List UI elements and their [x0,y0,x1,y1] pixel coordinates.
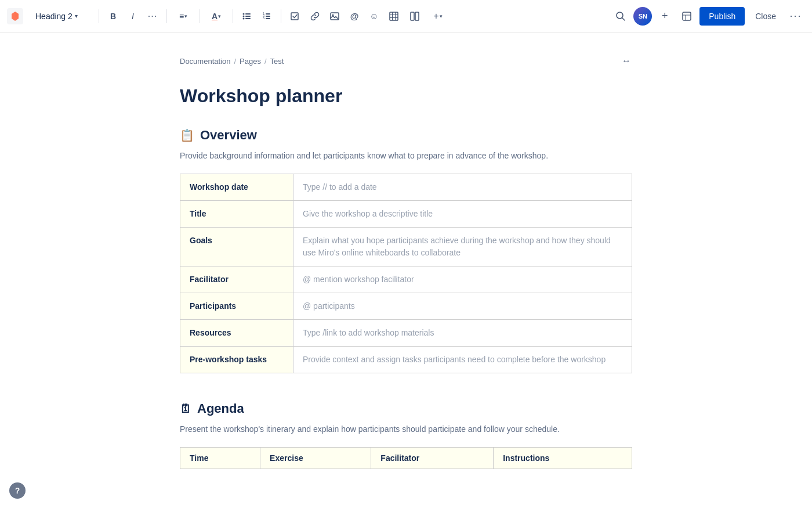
overview-table: Workshop date Type // to add a date Titl… [180,174,632,373]
close-button[interactable]: Close [748,7,783,26]
toolbar-right: SN + Publish Close ··· [611,7,805,26]
agenda-table-header: Exercise [260,448,371,469]
table-button[interactable] [385,7,403,26]
list-group: 1.2.3. [238,7,276,26]
divider-4 [233,9,233,23]
search-button[interactable] [611,7,630,26]
ordered-list-button[interactable]: 1.2.3. [258,7,276,26]
table-row[interactable]: Participants @ participants [180,293,632,320]
add-collaborator-button[interactable]: + [655,7,674,26]
table-label-cell: Participants [180,293,293,320]
content-area: Documentation / Pages / Test ↔ Workshop … [145,33,667,508]
agenda-table: TimeExerciseFacilitatorInstructions [180,447,632,469]
layout-button[interactable] [404,7,425,26]
svg-rect-12 [266,18,270,19]
insert-more-button[interactable]: +▾ [426,7,449,26]
divider-1 [99,9,99,23]
breadcrumb-test[interactable]: Test [270,57,284,66]
table-value-cell[interactable]: Type /link to add workshop materials [293,320,632,347]
svg-point-3 [243,15,245,17]
mention-button[interactable]: @ [345,7,364,26]
overview-heading: 📋 Overview [180,128,632,143]
table-row[interactable]: Facilitator @ mention workshop facilitat… [180,266,632,293]
svg-rect-22 [415,12,419,20]
svg-rect-10 [266,16,270,17]
agenda-heading-text[interactable]: Agenda [197,401,244,416]
emoji-button[interactable]: ☺ [365,7,383,26]
table-label-cell: Title [180,201,293,228]
svg-rect-21 [411,12,414,20]
svg-rect-8 [266,13,270,15]
table-label-cell: Workshop date [180,174,293,201]
publish-button[interactable]: Publish [699,7,745,26]
svg-rect-6 [245,18,251,19]
agenda-section: 🗓 Agenda Present the workshop's itinerar… [180,401,632,469]
agenda-table-header: Time [180,448,260,469]
expand-width-icon[interactable]: ↔ [622,56,632,66]
svg-text:3.: 3. [263,16,265,20]
bold-button[interactable]: B [104,7,122,26]
avatar-text: SN [639,13,647,20]
agenda-table-header: Facilitator [371,448,494,469]
table-row[interactable]: Resources Type /link to add workshop mat… [180,320,632,347]
table-value-cell[interactable]: Provide context and assign tasks partici… [293,347,632,373]
svg-point-23 [617,12,623,19]
help-icon: ? [15,486,20,495]
align-button[interactable]: ≡ ▾ [172,7,195,26]
table-row[interactable]: Title Give the workshop a descriptive ti… [180,201,632,228]
breadcrumb-pages[interactable]: Pages [240,57,261,66]
agenda-heading: 🗓 Agenda [180,401,632,416]
table-value-cell[interactable]: Type // to add a date [293,174,632,201]
table-value-cell[interactable]: Give the workshop a descriptive title [293,201,632,228]
agenda-icon: 🗓 [180,402,191,416]
insert-group: @ ☺ +▾ [286,7,449,26]
table-value-cell[interactable]: @ mention workshop facilitator [293,266,632,293]
page-title[interactable]: Workshop planner [180,85,632,107]
table-label-cell: Facilitator [180,266,293,293]
svg-point-5 [243,17,245,19]
divider-5 [281,9,281,23]
help-button[interactable]: ? [9,482,26,499]
breadcrumb-sep-1: / [234,57,236,66]
svg-point-1 [243,13,245,15]
svg-rect-16 [390,12,398,20]
task-list-button[interactable] [286,7,304,26]
align-chevron-icon: ▾ [184,13,187,19]
agenda-table-header: Instructions [494,448,632,469]
heading-style-select[interactable]: Heading 2 ▾ [30,9,94,24]
image-button[interactable] [325,7,344,26]
table-row[interactable]: Goals Explain what you hope participants… [180,228,632,266]
overview-icon: 📋 [180,128,194,142]
bullet-list-button[interactable] [238,7,256,26]
heading-style-label: Heading 2 [35,12,72,21]
svg-rect-4 [245,16,251,17]
table-label-cell: Resources [180,320,293,347]
overview-heading-text[interactable]: Overview [200,128,257,143]
publish-label: Publish [709,12,735,21]
table-value-cell[interactable]: Explain what you hope participants achie… [293,228,632,266]
svg-rect-2 [245,13,251,15]
breadcrumb: Documentation / Pages / Test ↔ [180,56,632,66]
color-group: A ▾ [205,7,228,26]
text-color-button[interactable]: A ▾ [205,7,228,26]
table-row[interactable]: Pre-workshop tasks Provide context and a… [180,347,632,373]
app-logo[interactable] [7,8,23,24]
table-value-cell[interactable]: @ participants [293,293,632,320]
align-group: ≡ ▾ [172,7,195,26]
text-color-icon: A [212,12,217,21]
user-avatar[interactable]: SN [633,7,652,26]
more-format-button[interactable]: ··· [143,7,162,26]
more-options-button[interactable]: ··· [786,7,805,26]
agenda-description: Present the workshop's itinerary and exp… [180,423,632,435]
breadcrumb-documentation[interactable]: Documentation [180,57,230,66]
heading-chevron-icon: ▾ [75,13,78,19]
svg-rect-13 [291,13,298,20]
link-button[interactable] [306,7,324,26]
close-label: Close [755,12,776,21]
template-button[interactable] [677,7,696,26]
table-row[interactable]: Workshop date Type // to add a date [180,174,632,201]
align-icon: ≡ [179,12,184,21]
italic-button[interactable]: I [124,7,142,26]
toolbar: Heading 2 ▾ B I ··· ≡ ▾ A ▾ 1.2.3. [0,0,812,33]
svg-rect-24 [683,12,691,20]
